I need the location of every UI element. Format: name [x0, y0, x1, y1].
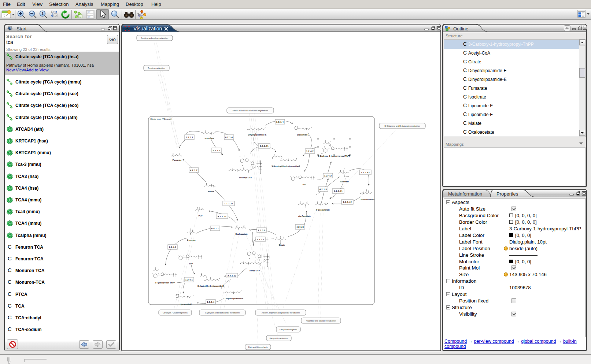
svg-text:2-Oxoglutarate: 2-Oxoglutarate: [316, 209, 330, 211]
svg-text:Lipoamide-E: Lipoamide-E: [297, 134, 309, 136]
svg-text:Tyrosine metabolism: Tyrosine metabolism: [148, 67, 165, 69]
svg-text:Valine, leucine and isoleucine: Valine, leucine and isoleucine degradati…: [233, 109, 268, 112]
svg-text:1: 1: [41, 11, 44, 16]
svg-text:1.1.1.42: 1.1.1.42: [343, 201, 352, 203]
svg-text:1.2.4.1: 1.2.4.1: [169, 246, 177, 248]
svg-text:Arginine and proline metabolis: Arginine and proline metabolism: [141, 37, 168, 39]
svg-text:1.8.1.4: 1.8.1.4: [276, 121, 284, 123]
svg-text:2.3.3.1: 2.3.3.1: [257, 238, 265, 241]
svg-text:Acetyl-CoA: Acetyl-CoA: [249, 270, 260, 272]
svg-text:2-Hydroxyethyl-ThPP: 2-Hydroxyethyl-ThPP: [155, 282, 175, 284]
svg-text:1.1.1.41: 1.1.1.41: [334, 190, 343, 192]
svg-text:1.3.5.1: 1.3.5.1: [186, 136, 193, 138]
svg-text:1.2.4.2: 1.2.4.2: [324, 175, 332, 177]
svg-text:Ascorbate and aldarate metabol: Ascorbate and aldarate metabolism: [306, 320, 336, 322]
svg-text:Fumarate: Fumarate: [173, 159, 181, 161]
svg-text:Oxalosuccinate: Oxalosuccinate: [360, 198, 374, 201]
svg-text:Lipoamide-E: Lipoamide-E: [180, 303, 192, 305]
svg-text:S-Carboxy -1-hydroxypropyl-ThP: S-Carboxy -1-hydroxypropyl-ThPP: [318, 155, 350, 157]
svg-text:1.8.1.4: 1.8.1.4: [207, 301, 215, 303]
svg-text:Succinyl-CoA: Succinyl-CoA: [239, 177, 252, 179]
svg-text:Citrate cycle (TCA cycle): Citrate cycle (TCA cycle): [150, 118, 172, 120]
svg-text:Succinate: Succinate: [204, 137, 214, 140]
svg-text:PEP: PEP: [199, 215, 203, 217]
svg-text:Glyoxylate and dicarboxylate m: Glyoxylate and dicarboxylate metabolism: [205, 312, 240, 314]
svg-text:4.2.1.2: 4.2.1.2: [190, 169, 198, 171]
svg-text:S-Succinyldihydrolipoamide-E: S-Succinyldihydrolipoamide-E: [272, 165, 300, 167]
svg-text:Alanine, aspartate and glutama: Alanine, aspartate and glutamate metabol…: [262, 312, 300, 314]
svg-text:2.3.3.8: 2.3.3.8: [258, 229, 266, 231]
svg-text:cis-Aconitate: cis-Aconitate: [298, 215, 311, 217]
svg-text:6.2.1.4: 6.2.1.4: [225, 136, 233, 138]
svg-text:Isocitrate: Isocitrate: [340, 181, 349, 183]
svg-text:Fatty acid metabolism: Fatty acid metabolism: [270, 337, 288, 339]
svg-text:Malate: Malate: [208, 190, 214, 193]
svg-text:1.1.1.42: 1.1.1.42: [361, 171, 370, 174]
svg-text:4.2.1.3: 4.2.1.3: [319, 188, 327, 190]
svg-text:6.4.1.1: 6.4.1.1: [211, 227, 219, 230]
svg-text:Dihydrolipoamide-E: Dihydrolipoamide-E: [248, 134, 267, 136]
svg-text:Citrate: Citrate: [278, 244, 285, 246]
svg-text:1.2.4.1: 1.2.4.1: [185, 279, 193, 281]
svg-text:Glycolysis / Gluconeogenesis: Glycolysis / Gluconeogenesis: [163, 312, 188, 314]
svg-text:S-Acetyldihydrolipoamide-E: S-Acetyldihydrolipoamide-E: [197, 285, 224, 287]
svg-text:Dihydrolipoamide-E: Dihydrolipoamide-E: [225, 297, 244, 300]
svg-text:Pyruvate: Pyruvate: [187, 239, 196, 241]
svg-text:Fatty acid biosynthesis: Fatty acid biosynthesis: [248, 346, 268, 348]
svg-text:D-Glutamine and D-glutamate me: D-Glutamine and D-glutamate metabolism: [385, 125, 420, 127]
svg-text:TPP: TPP: [189, 263, 193, 265]
svg-text:4.2.1.3: 4.2.1.3: [296, 226, 304, 228]
svg-text:Oxaloacetate: Oxaloacetate: [235, 233, 248, 235]
svg-text:TPP: TPP: [302, 183, 306, 186]
svg-text:1.2.4.2: 1.2.4.2: [306, 150, 314, 152]
svg-text:1.1.1.37: 1.1.1.37: [224, 203, 233, 205]
svg-text:6.2.1.5: 6.2.1.5: [213, 149, 221, 152]
svg-text:2.3.1.61: 2.3.1.61: [260, 145, 269, 147]
svg-text:2.3.1.12: 2.3.1.12: [228, 275, 236, 277]
svg-text:Fatty acid elongation: Fatty acid elongation: [280, 328, 297, 331]
svg-text:4.1.1.32: 4.1.1.32: [218, 215, 226, 218]
